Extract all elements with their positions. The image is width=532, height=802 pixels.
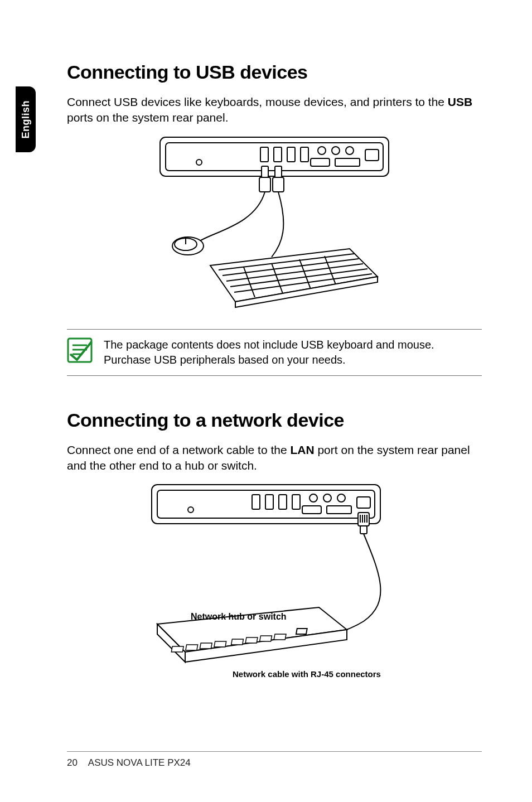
section1-title: Connecting to USB devices (67, 61, 482, 83)
section2-body-pre: Connect one end of a network cable to th… (67, 443, 290, 456)
svg-rect-5 (287, 147, 295, 162)
svg-rect-59 (200, 643, 212, 649)
language-tab: English (16, 86, 36, 152)
svg-rect-58 (186, 645, 198, 650)
figure-usb (67, 132, 482, 316)
svg-rect-63 (260, 636, 272, 641)
svg-rect-3 (260, 147, 268, 162)
section1-body: Connect USB devices like keyboards, mous… (67, 94, 482, 126)
section2-body: Connect one end of a network cable to th… (67, 442, 482, 474)
svg-rect-15 (259, 177, 270, 192)
svg-rect-16 (273, 177, 284, 192)
language-label: English (20, 100, 32, 139)
svg-rect-61 (231, 639, 244, 645)
svg-rect-12 (365, 149, 379, 161)
note-row: The package contents does not include US… (67, 329, 482, 376)
svg-rect-4 (274, 147, 282, 162)
svg-rect-14 (275, 166, 282, 177)
svg-rect-46 (327, 506, 351, 514)
section1-body-post: ports on the system rear panel. (67, 111, 228, 124)
page-number: 20 (67, 757, 86, 769)
usb-connection-illustration (143, 132, 405, 316)
note-text: The package contents does not include US… (104, 337, 482, 368)
svg-rect-62 (245, 637, 258, 643)
section1-body-pre: Connect USB devices like keyboards, mous… (67, 95, 448, 108)
network-connection-illustration: Network hub or switch Network cable with… (135, 479, 414, 685)
svg-rect-65 (296, 629, 307, 634)
svg-rect-60 (214, 641, 226, 647)
svg-rect-40 (279, 495, 287, 509)
lan-bold: LAN (290, 443, 314, 456)
svg-rect-38 (252, 495, 260, 509)
section2-title: Connecting to a network device (67, 409, 482, 431)
svg-rect-47 (357, 497, 370, 508)
svg-rect-41 (292, 495, 300, 509)
cable-label: Network cable with RJ-45 connectors (233, 669, 381, 679)
svg-rect-64 (274, 634, 286, 640)
svg-rect-57 (171, 646, 183, 652)
svg-rect-13 (262, 166, 268, 177)
svg-rect-49 (360, 526, 367, 534)
svg-rect-39 (265, 495, 273, 509)
svg-rect-45 (302, 506, 321, 514)
footer-product: ASUS NOVA LITE PX24 (88, 757, 191, 768)
svg-rect-6 (301, 147, 308, 162)
figure-network: Network hub or switch Network cable with… (67, 479, 482, 685)
usb-bold: USB (448, 95, 472, 108)
hub-label: Network hub or switch (191, 612, 287, 621)
footer: 20 ASUS NOVA LITE PX24 (67, 751, 482, 769)
note-icon (67, 337, 93, 363)
svg-rect-11 (335, 158, 360, 166)
svg-rect-10 (311, 158, 330, 166)
